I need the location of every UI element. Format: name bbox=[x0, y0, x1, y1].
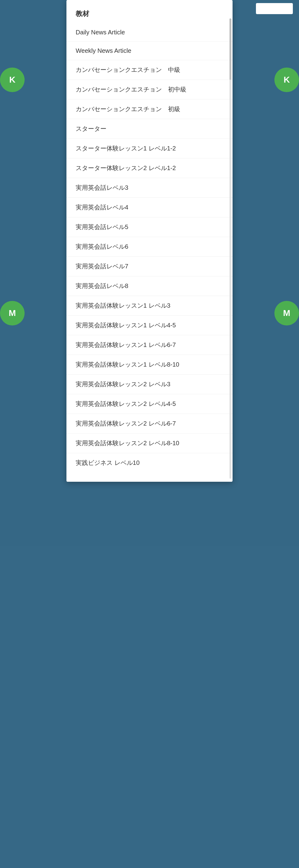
dropdown-panel: 教材 Daily News ArticleWeekly News Article… bbox=[66, 0, 233, 482]
top-bar bbox=[256, 0, 293, 17]
dropdown-item-10[interactable]: 実用英会話レベル4 bbox=[66, 198, 233, 217]
dropdown-item-3[interactable]: カンバセーションクエスチョン 中級 bbox=[66, 60, 233, 80]
avatar-bottom-right: M bbox=[274, 301, 299, 326]
dropdown-item-1[interactable]: Daily News Article bbox=[66, 23, 233, 42]
dropdown-item-12[interactable]: 実用英会話レベル6 bbox=[66, 237, 233, 257]
avatar-top-right: K bbox=[274, 67, 299, 92]
scroll-indicator bbox=[229, 19, 231, 479]
avatar-bottom-left: M bbox=[0, 301, 25, 326]
dropdown-item-17[interactable]: 実用英会話体験レッスン1 レベル6-7 bbox=[66, 335, 233, 355]
dropdown-item-6[interactable]: スターター bbox=[66, 119, 233, 139]
dropdown-header: 教材 bbox=[66, 6, 233, 23]
dropdown-item-13[interactable]: 実用英会話レベル7 bbox=[66, 257, 233, 276]
dropdown-item-22[interactable]: 実用英会話体験レッスン2 レベル8-10 bbox=[66, 434, 233, 453]
avatar-top-left: K bbox=[0, 67, 25, 92]
dropdown-item-8[interactable]: スターター体験レッスン2 レベル1-2 bbox=[66, 158, 233, 178]
dropdown-item-15[interactable]: 実用英会話体験レッスン1 レベル3 bbox=[66, 296, 233, 316]
dropdown-item-7[interactable]: スターター体験レッスン1 レベル1-2 bbox=[66, 139, 233, 158]
dropdown-item-2[interactable]: Weekly News Article bbox=[66, 42, 233, 60]
dropdown-item-14[interactable]: 実用英会話レベル8 bbox=[66, 276, 233, 296]
dropdown-item-18[interactable]: 実用英会話体験レッスン1 レベル8-10 bbox=[66, 355, 233, 375]
dropdown-item-20[interactable]: 実用英会話体験レッスン2 レベル4-5 bbox=[66, 394, 233, 414]
dropdown-item-5[interactable]: カンバセーションクエスチョン 初級 bbox=[66, 99, 233, 119]
dropdown-item-9[interactable]: 実用英会話レベル3 bbox=[66, 178, 233, 198]
dropdown-item-16[interactable]: 実用英会話体験レッスン1 レベル4-5 bbox=[66, 316, 233, 335]
dropdown-item-21[interactable]: 実用英会話体験レッスン2 レベル6-7 bbox=[66, 414, 233, 434]
dropdown-item-19[interactable]: 実用英会話体験レッスン2 レベル3 bbox=[66, 375, 233, 394]
dropdown-item-4[interactable]: カンバセーションクエスチョン 初中級 bbox=[66, 80, 233, 99]
dropdown-item-11[interactable]: 実用英会話レベル5 bbox=[66, 217, 233, 237]
search-box[interactable] bbox=[256, 3, 293, 14]
scroll-thumb bbox=[229, 19, 231, 80]
dropdown-item-23[interactable]: 実践ビジネス レベル10 bbox=[66, 453, 233, 472]
dropdown-list: Daily News ArticleWeekly News Articleカンバ… bbox=[66, 23, 233, 472]
